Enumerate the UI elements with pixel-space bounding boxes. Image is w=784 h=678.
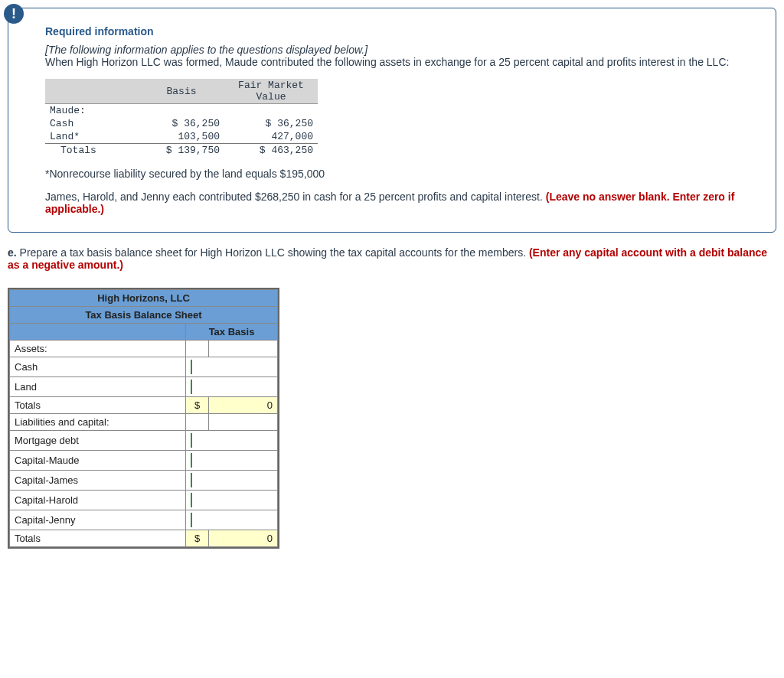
required-info-box: ! Required information [The following in… [8,8,776,233]
col-fmv: Fair MarketValue [224,79,318,104]
bs-assets-totals-sym: $ [186,397,209,414]
question-e: e. Prepare a tax basis balance sheet for… [8,246,776,271]
bs-subtitle: Tax Basis Balance Sheet [10,307,278,324]
row-land-label: Land* [45,130,139,144]
footnote: *Nonrecourse liability secured by the la… [45,168,754,180]
input-cap-maude[interactable] [191,453,273,468]
input-mortgage[interactable] [191,433,273,448]
question-label: e. [8,246,17,259]
row-cash-basis: $ 36,250 [139,117,224,130]
col-basis: Basis [139,79,224,104]
bs-title: High Horizons, LLC [10,290,278,307]
bs-assets-totals-label: Totals [10,397,186,414]
balance-sheet-container: High Horizons, LLC Tax Basis Balance She… [8,288,279,549]
contribution-table: Basis Fair MarketValue Maude: Cash $ 36,… [45,79,318,157]
row-land-basis: 103,500 [139,130,224,144]
bs-assets-totals-val: 0 [209,397,278,414]
bs-liab-header: Liabilities and capital: [10,414,186,431]
bs-assets-header: Assets: [10,341,186,357]
row-totals-fmv: $ 463,250 [224,144,318,158]
bs-row-cap-maude: Capital-Maude [10,451,186,471]
bs-liab-totals-sym: $ [186,530,209,547]
partner-contrib-text: James, Harold, and Jenny each contribute… [45,191,754,215]
bs-liab-totals-label: Totals [10,530,186,547]
bs-row-mortgage: Mortgage debt [10,431,186,451]
row-cash-fmv: $ 36,250 [224,117,318,130]
row-cash-label: Cash [45,117,139,130]
bs-blank-head [10,324,186,341]
info-applies-hint: [The following information applies to th… [45,44,754,56]
row-land-fmv: 427,000 [224,130,318,144]
balance-sheet-table: High Horizons, LLC Tax Basis Balance She… [9,289,278,547]
bs-row-cash: Cash [10,357,186,377]
bs-liab-totals-val: 0 [209,530,278,547]
bs-row-cap-jenny: Capital-Jenny [10,510,186,530]
input-cap-jenny[interactable] [191,513,273,527]
bs-row-cap-harold: Capital-Harold [10,491,186,510]
row-totals-basis: $ 139,750 [139,144,224,158]
bs-row-land: Land [10,377,186,397]
input-land[interactable] [191,380,273,394]
required-info-title: Required information [45,25,754,37]
owner-label: Maude: [45,104,139,118]
input-cash[interactable] [191,360,273,374]
input-cap-james[interactable] [191,473,273,487]
input-cap-harold[interactable] [191,493,273,507]
alert-icon: ! [4,4,24,24]
bs-col-taxbasis: Tax Basis [186,324,278,341]
row-totals-label: Totals [45,144,139,158]
intro-text: When High Horizon LLC was formed, Maude … [45,56,754,68]
bs-row-cap-james: Capital-James [10,471,186,491]
